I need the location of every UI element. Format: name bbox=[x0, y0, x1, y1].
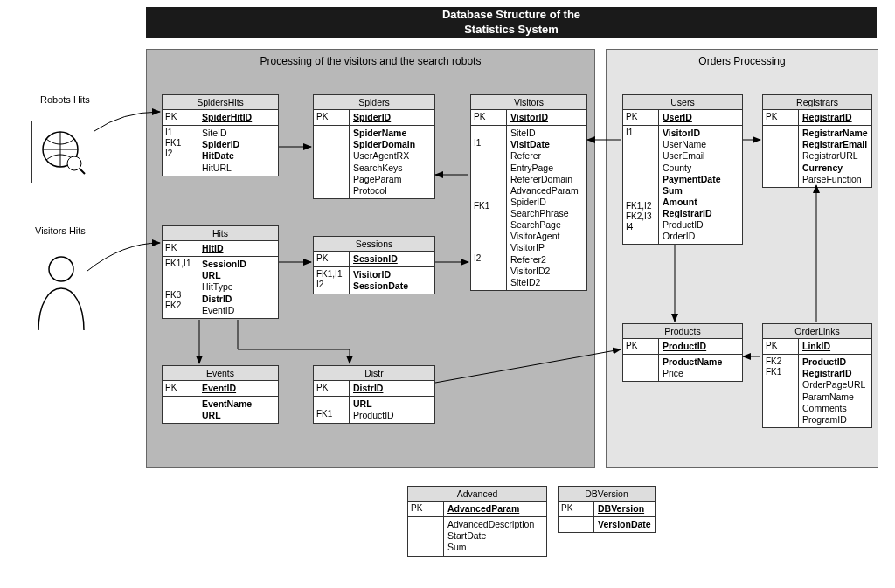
table-dbversion: DBVersionPKDBVersionVersionDate bbox=[558, 486, 656, 533]
label-robots-hits: Robots Hits bbox=[40, 94, 90, 105]
field: Referer2 bbox=[510, 254, 583, 266]
fields-column: ProductNamePrice bbox=[659, 355, 742, 381]
table-section: RegistrarNameRegistrarEmailRegistrarURLC… bbox=[763, 126, 871, 187]
table-section: PKAdvancedParam bbox=[408, 502, 546, 517]
field: URL bbox=[353, 398, 431, 410]
key-column: PK bbox=[408, 502, 444, 516]
key-column bbox=[559, 517, 594, 532]
table-header: Hits bbox=[163, 226, 278, 241]
field: SpiderID bbox=[353, 112, 431, 123]
table-registrars: RegistrarsPKRegistrarIDRegistrarNameRegi… bbox=[762, 94, 872, 188]
table-section: I1 FK1 I2SiteIDSpiderIDHitDateHitURL bbox=[163, 126, 278, 176]
table-section: PKDistrID bbox=[314, 381, 434, 397]
key-column: I1 FK1 I2 bbox=[163, 126, 198, 176]
fields-column: SpiderHitID bbox=[198, 110, 278, 125]
field: HitURL bbox=[202, 163, 274, 174]
field: ParamName bbox=[802, 391, 868, 403]
key-column: PK bbox=[314, 252, 350, 266]
field: RegistrarURL bbox=[802, 150, 868, 162]
table-visitors: VisitorsPKVisitorID I1 FK1 I2SiteIDVisit… bbox=[470, 94, 587, 291]
table-header: Events bbox=[163, 366, 278, 381]
key-column: FK1,I1 I2 bbox=[314, 267, 350, 294]
field: RegistrarID bbox=[802, 112, 868, 123]
field: SessionDate bbox=[353, 280, 431, 292]
fields-column: VersionDate bbox=[594, 517, 655, 532]
field: SiteID bbox=[202, 128, 274, 139]
field: LinkID bbox=[802, 341, 868, 352]
field: OrderPageURL bbox=[802, 379, 868, 391]
fields-column: RegistrarNameRegistrarEmailRegistrarURLC… bbox=[799, 126, 871, 187]
field: PageParam bbox=[353, 174, 431, 185]
key-column: FK1 bbox=[314, 397, 350, 423]
field: HitDate bbox=[202, 150, 274, 162]
fields-column: ProductIDRegistrarIDOrderPageURLParamNam… bbox=[799, 355, 871, 427]
table-header: DBVersion bbox=[559, 487, 655, 502]
fields-column: SpiderID bbox=[350, 110, 434, 125]
field: ProductID bbox=[802, 356, 868, 368]
field: SessionID bbox=[202, 259, 274, 270]
field: DBVersion bbox=[598, 503, 651, 515]
svg-point-1 bbox=[67, 156, 81, 170]
table-section: FK1,I1 FK3 FK2SessionIDURLHitTypeDistrID… bbox=[163, 257, 278, 318]
svg-line-2 bbox=[80, 169, 85, 174]
table-section: PKSpiderID bbox=[314, 110, 434, 126]
table-section: PKEventID bbox=[163, 381, 278, 397]
field: Referer bbox=[510, 150, 583, 162]
field: SpiderHitID bbox=[202, 112, 274, 123]
table-orderlinks: OrderLinksPKLinkIDFK2 FK1ProductIDRegist… bbox=[762, 323, 872, 428]
field: RegistrarID bbox=[802, 368, 868, 379]
field: PaymentDate bbox=[663, 174, 739, 185]
table-header: OrderLinks bbox=[763, 324, 871, 339]
fields-column: EventNameURL bbox=[198, 397, 278, 423]
field: UserAgentRX bbox=[353, 150, 431, 162]
field: DistrID bbox=[202, 294, 274, 305]
key-column: FK1,I1 FK3 FK2 bbox=[163, 257, 198, 318]
fields-column: AdvancedParam bbox=[444, 502, 546, 516]
key-column bbox=[314, 126, 350, 198]
fields-column: VisitorIDUserNameUserEmailCountyPaymentD… bbox=[659, 126, 742, 244]
field: SiteID bbox=[510, 128, 583, 139]
fields-column: UserID bbox=[659, 110, 742, 125]
person-icon bbox=[33, 253, 89, 334]
key-column: FK2 FK1 bbox=[763, 355, 799, 427]
field: SpiderDomain bbox=[353, 139, 431, 150]
field: VisitorID bbox=[353, 269, 431, 280]
region-visitors-title: Processing of the visitors and the searc… bbox=[147, 55, 594, 67]
fields-column: AdvancedDescriptionStartDateSum bbox=[444, 517, 546, 555]
field: Protocol bbox=[353, 185, 431, 197]
table-header: Users bbox=[623, 95, 742, 110]
globe-icon bbox=[31, 121, 94, 183]
label-visitors-hits: Visitors Hits bbox=[35, 225, 86, 236]
table-section: FK2 FK1ProductIDRegistrarIDOrderPageURLP… bbox=[763, 355, 871, 427]
field: ProductID bbox=[353, 410, 431, 421]
field: ProductID bbox=[663, 219, 739, 231]
key-column: PK bbox=[163, 381, 198, 396]
field: StartDate bbox=[448, 530, 543, 542]
field: SpiderName bbox=[353, 128, 431, 139]
field: VisitorID2 bbox=[510, 266, 583, 277]
fields-column: EventID bbox=[198, 381, 278, 396]
field: EventName bbox=[202, 398, 274, 410]
field: SiteID2 bbox=[510, 277, 583, 288]
table-section: ProductNamePrice bbox=[623, 355, 742, 381]
fields-column: URLProductID bbox=[350, 397, 434, 423]
fields-column: DBVersion bbox=[594, 502, 655, 516]
table-section: FK1URLProductID bbox=[314, 397, 434, 423]
field: SpiderID bbox=[202, 139, 274, 150]
field: Comments bbox=[802, 403, 868, 414]
fields-column: SessionIDURLHitTypeDistrIDEventID bbox=[198, 257, 278, 318]
table-products: ProductsPKProductIDProductNamePrice bbox=[622, 323, 743, 382]
field: VersionDate bbox=[598, 519, 651, 530]
table-header: Visitors bbox=[471, 95, 586, 110]
key-column: PK bbox=[763, 110, 799, 125]
key-column: PK bbox=[314, 381, 350, 396]
field: HitType bbox=[202, 281, 274, 293]
table-sessions: SessionsPKSessionIDFK1,I1 I2VisitorIDSes… bbox=[313, 236, 435, 294]
fields-column: LinkID bbox=[799, 339, 871, 354]
table-section: AdvancedDescriptionStartDateSum bbox=[408, 517, 546, 555]
table-section: I1 FK1 I2SiteIDVisitDateRefererEntryPage… bbox=[471, 126, 586, 290]
table-events: EventsPKEventIDEventNameURL bbox=[162, 365, 279, 424]
field: HitID bbox=[202, 243, 274, 254]
field: County bbox=[663, 163, 739, 174]
key-column bbox=[763, 126, 799, 187]
